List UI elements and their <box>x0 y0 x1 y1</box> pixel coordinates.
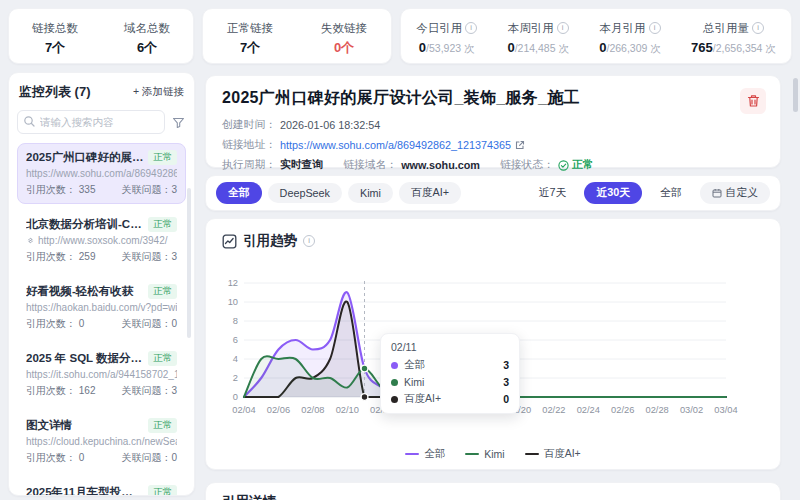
item-url: https://cloud.kepuchina.cn/newSearch/i <box>26 436 177 447</box>
main-scrollbar[interactable] <box>793 74 798 494</box>
range-近7天[interactable]: 近7天 <box>527 182 579 204</box>
info-icon[interactable]: i <box>465 22 477 34</box>
svg-text:03/04: 03/04 <box>714 405 737 415</box>
list-item[interactable]: 图文详情正常https://cloud.kepuchina.cn/newSear… <box>17 411 186 472</box>
search-input[interactable] <box>17 110 165 134</box>
citation-count: 引用次数： 162 <box>26 384 95 398</box>
chart-icon <box>222 234 237 249</box>
item-url: https://www.sohu.com/a/869492862_12 <box>26 168 177 179</box>
chart-tooltip: 02/11 全部3Kimi3百度AI+0 <box>380 333 520 414</box>
range-tabs: 近7天近30天全部自定义 <box>527 182 770 204</box>
item-title: 2025 年 SQL 数据分析证书培训机... <box>26 351 144 366</box>
stat: 本月引用i0/266,309 次 <box>599 19 661 54</box>
series-dot-icon <box>391 396 398 403</box>
status-label: 链接状态： <box>500 158 554 172</box>
chart-title: 引用趋势 <box>243 232 297 250</box>
tooltip-row: 百度AI+0 <box>391 392 509 406</box>
legend-item-百度AI+[interactable]: 百度AI+ <box>525 447 581 461</box>
item-url: https://it.sohu.com/a/944158702_12252: <box>26 369 177 380</box>
link-label: 链接地址： <box>222 138 276 152</box>
item-title: 2025广州口碑好的展厅设计公司_... <box>26 150 144 165</box>
stat: 本周引用i0/214,485 次 <box>507 19 569 54</box>
monitor-list: 2025广州口碑好的展厅设计公司_...正常https://www.sohu.c… <box>17 143 186 496</box>
list-item[interactable]: 2025广州口碑好的展厅设计公司_...正常https://www.sohu.c… <box>17 143 186 204</box>
calendar-icon <box>712 188 722 198</box>
status-badge: 正常 <box>148 284 177 299</box>
external-link-icon[interactable] <box>515 140 525 150</box>
stat: 链接总数7个 <box>32 19 78 54</box>
related-questions: 关联问题：0 <box>121 451 177 465</box>
citation-count: 引用次数： 259 <box>26 250 95 264</box>
link-url[interactable]: https://www.sohu.com/a/869492862_1213743… <box>280 139 511 151</box>
range-自定义[interactable]: 自定义 <box>700 182 770 204</box>
svg-text:4: 4 <box>233 354 238 364</box>
trash-icon <box>747 94 760 108</box>
citation-detail-card: 引用详情 <box>205 482 781 500</box>
tab-DeepSeek[interactable]: DeepSeek <box>268 183 342 203</box>
svg-text:02/04: 02/04 <box>232 405 255 415</box>
item-url: https://haokan.baidu.com/v?pd=wisena <box>26 302 177 313</box>
list-item[interactable]: 2025 年 SQL 数据分析证书培训机...正常https://it.sohu… <box>17 344 186 405</box>
section-title: 引用详情 <box>222 493 764 500</box>
svg-text:02/08: 02/08 <box>301 405 324 415</box>
citation-count: 引用次数： 0 <box>26 317 84 331</box>
list-item[interactable]: 北京数据分析培训-CDA数据分析...正常http://www.soxsok.c… <box>17 210 186 271</box>
filter-bar: 全部DeepSeekKimi百度AI+ 近7天近30天全部自定义 <box>205 175 781 211</box>
status-badge: 正常 <box>148 485 177 496</box>
page-title: 2025广州口碑好的展厅设计公司_装饰_服务_施工 <box>222 88 764 109</box>
info-icon[interactable]: i <box>557 22 569 34</box>
info-icon[interactable]: i <box>649 22 661 34</box>
sidebar-scrollbar[interactable] <box>187 188 191 338</box>
link-status: 正常 <box>558 158 594 172</box>
stat: 今日引用i0/53,923 次 <box>416 19 477 54</box>
svg-text:12: 12 <box>228 278 238 288</box>
citation-count: 引用次数： 0 <box>26 451 84 465</box>
delete-button[interactable] <box>740 88 766 114</box>
legend-item-Kimi[interactable]: Kimi <box>465 447 504 461</box>
cycle-value: 实时查询 <box>280 158 323 172</box>
svg-text:02/06: 02/06 <box>267 405 290 415</box>
check-circle-icon <box>558 160 569 171</box>
stat: 正常链接7个 <box>227 19 273 54</box>
svg-text:02/10: 02/10 <box>336 405 359 415</box>
stat: 失效链接0个 <box>321 19 367 54</box>
stat: 域名总数6个 <box>124 19 170 54</box>
domain-value: www.sohu.com <box>401 159 480 171</box>
info-icon[interactable]: i <box>303 235 315 247</box>
info-icon[interactable]: i <box>752 22 764 34</box>
legend-swatch-icon <box>405 453 419 455</box>
svg-text:02/26: 02/26 <box>611 405 634 415</box>
tab-全部[interactable]: 全部 <box>216 182 262 204</box>
related-questions: 关联问题：3 <box>121 384 177 398</box>
list-item[interactable]: 2025年11月车型投诉，充电桩引发...正常https://news.yich… <box>17 478 186 496</box>
domain-label: 链接域名： <box>343 158 397 172</box>
item-title: 2025年11月车型投诉，充电桩引发... <box>26 485 144 496</box>
tooltip-row: Kimi3 <box>391 376 509 388</box>
source-tabs: 全部DeepSeekKimi百度AI+ <box>216 182 461 204</box>
list-item[interactable]: 好看视频-轻松有收获正常https://haokan.baidu.com/v?p… <box>17 277 186 338</box>
add-link-button[interactable]: + 添加链接 <box>133 85 184 99</box>
svg-text:02/24: 02/24 <box>577 405 600 415</box>
tooltip-row: 全部3 <box>391 358 509 372</box>
status-badge: 正常 <box>148 150 177 165</box>
range-全部[interactable]: 全部 <box>648 182 694 204</box>
status-badge: 正常 <box>148 351 177 366</box>
scrollbar-thumb[interactable] <box>793 78 798 112</box>
series-dot-icon <box>391 379 398 386</box>
related-questions: 关联问题：3 <box>121 183 177 197</box>
svg-text:0: 0 <box>233 392 238 402</box>
svg-text:02/22: 02/22 <box>542 405 565 415</box>
filter-icon[interactable] <box>171 115 186 130</box>
search-icon <box>23 115 36 128</box>
range-近30天[interactable]: 近30天 <box>584 182 642 204</box>
legend-swatch-icon <box>525 453 539 455</box>
series-dot-icon <box>391 362 398 369</box>
trend-chart-card: 引用趋势 i 02468101202/0402/0602/0802/1002/1… <box>205 218 781 470</box>
legend-swatch-icon <box>465 453 479 455</box>
svg-text:10: 10 <box>228 297 238 307</box>
monitor-sidebar: 监控列表 (7) + 添加链接 2025广州口碑好的展厅设计公司_...正常ht… <box>8 72 195 496</box>
tab-百度AI+[interactable]: 百度AI+ <box>399 182 461 204</box>
tab-Kimi[interactable]: Kimi <box>348 183 393 203</box>
legend-item-全部[interactable]: 全部 <box>405 447 445 461</box>
item-url: http://www.soxsok.com/3942/ <box>26 235 177 246</box>
